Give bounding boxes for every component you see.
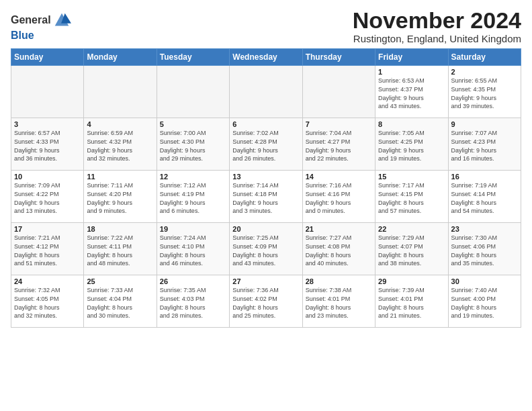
day-info: Sunrise: 7:30 AM Sunset: 4:06 PM Dayligh… — [451, 234, 518, 267]
day-info: Sunrise: 7:00 AM Sunset: 4:30 PM Dayligh… — [160, 129, 226, 163]
day-info: Sunrise: 7:14 AM Sunset: 4:18 PM Dayligh… — [232, 181, 299, 215]
day-info: Sunrise: 6:53 AM Sunset: 4:37 PM Dayligh… — [378, 77, 445, 110]
table-row: 25Sunrise: 7:33 AM Sunset: 4:04 PM Dayli… — [84, 275, 157, 328]
day-info: Sunrise: 7:12 AM Sunset: 4:19 PM Dayligh… — [160, 181, 226, 215]
table-row — [230, 66, 302, 118]
table-row: 20Sunrise: 7:25 AM Sunset: 4:09 PM Dayli… — [230, 223, 302, 275]
table-row: 11Sunrise: 7:11 AM Sunset: 4:20 PM Dayli… — [84, 171, 157, 223]
day-info: Sunrise: 7:24 AM Sunset: 4:10 PM Dayligh… — [160, 234, 226, 267]
logo-icon — [52, 11, 71, 30]
table-row: 1Sunrise: 6:53 AM Sunset: 4:37 PM Daylig… — [375, 66, 448, 118]
table-row: 13Sunrise: 7:14 AM Sunset: 4:18 PM Dayli… — [230, 171, 302, 223]
table-row: 23Sunrise: 7:30 AM Sunset: 4:06 PM Dayli… — [448, 223, 521, 275]
day-number: 14 — [306, 173, 372, 181]
day-info: Sunrise: 7:17 AM Sunset: 4:15 PM Dayligh… — [378, 181, 445, 215]
calendar-table: Sunday Monday Tuesday Wednesday Thursday… — [11, 48, 521, 328]
day-number: 16 — [451, 173, 518, 181]
day-info: Sunrise: 7:02 AM Sunset: 4:28 PM Dayligh… — [232, 129, 299, 163]
day-number: 23 — [451, 225, 518, 233]
table-row: 15Sunrise: 7:17 AM Sunset: 4:15 PM Dayli… — [375, 171, 448, 223]
day-info: Sunrise: 7:33 AM Sunset: 4:04 PM Dayligh… — [87, 286, 153, 320]
month-title: November 2024 — [353, 8, 521, 33]
day-info: Sunrise: 6:57 AM Sunset: 4:33 PM Dayligh… — [14, 129, 81, 163]
col-tuesday: Tuesday — [157, 49, 229, 66]
title-block: November 2024 Rustington, England, Unite… — [353, 8, 521, 44]
col-wednesday: Wednesday — [230, 49, 302, 66]
day-number: 9 — [451, 120, 518, 128]
col-saturday: Saturday — [448, 49, 521, 66]
day-number: 1 — [378, 68, 445, 76]
day-info: Sunrise: 7:19 AM Sunset: 4:14 PM Dayligh… — [451, 181, 518, 215]
day-number: 2 — [451, 68, 518, 76]
day-number: 24 — [14, 277, 81, 285]
day-info: Sunrise: 6:59 AM Sunset: 4:32 PM Dayligh… — [87, 129, 153, 163]
table-row: 18Sunrise: 7:22 AM Sunset: 4:11 PM Dayli… — [84, 223, 157, 275]
col-thursday: Thursday — [302, 49, 375, 66]
day-number: 28 — [306, 277, 372, 285]
table-row: 28Sunrise: 7:38 AM Sunset: 4:01 PM Dayli… — [302, 275, 375, 328]
table-row: 14Sunrise: 7:16 AM Sunset: 4:16 PM Dayli… — [302, 171, 375, 223]
table-row: 24Sunrise: 7:32 AM Sunset: 4:05 PM Dayli… — [11, 275, 84, 328]
logo-general: General — [11, 14, 51, 26]
day-number: 5 — [160, 120, 226, 128]
location-subtitle: Rustington, England, United Kingdom — [353, 33, 521, 44]
day-number: 10 — [14, 173, 81, 181]
day-info: Sunrise: 7:36 AM Sunset: 4:02 PM Dayligh… — [232, 286, 299, 320]
table-row: 5Sunrise: 7:00 AM Sunset: 4:30 PM Daylig… — [157, 118, 229, 171]
calendar-week-row: 1Sunrise: 6:53 AM Sunset: 4:37 PM Daylig… — [11, 66, 521, 118]
day-number: 4 — [87, 120, 153, 128]
day-info: Sunrise: 7:32 AM Sunset: 4:05 PM Dayligh… — [14, 286, 81, 320]
table-row — [302, 66, 375, 118]
day-info: Sunrise: 7:04 AM Sunset: 4:27 PM Dayligh… — [306, 129, 372, 163]
day-info: Sunrise: 7:22 AM Sunset: 4:11 PM Dayligh… — [87, 234, 153, 267]
page-container: General Blue November 2024 Rustington, E… — [0, 0, 532, 333]
logo: General Blue — [11, 11, 71, 42]
table-row: 17Sunrise: 7:21 AM Sunset: 4:12 PM Dayli… — [11, 223, 84, 275]
table-row: 6Sunrise: 7:02 AM Sunset: 4:28 PM Daylig… — [230, 118, 302, 171]
calendar-week-row: 17Sunrise: 7:21 AM Sunset: 4:12 PM Dayli… — [11, 223, 521, 275]
table-row: 9Sunrise: 7:07 AM Sunset: 4:23 PM Daylig… — [448, 118, 521, 171]
day-number: 15 — [378, 173, 445, 181]
day-number: 20 — [232, 225, 299, 233]
day-info: Sunrise: 6:55 AM Sunset: 4:35 PM Dayligh… — [451, 77, 518, 110]
day-number: 12 — [160, 173, 226, 181]
day-info: Sunrise: 7:39 AM Sunset: 4:01 PM Dayligh… — [378, 286, 445, 320]
table-row: 2Sunrise: 6:55 AM Sunset: 4:35 PM Daylig… — [448, 66, 521, 118]
table-row: 12Sunrise: 7:12 AM Sunset: 4:19 PM Dayli… — [157, 171, 229, 223]
table-row: 22Sunrise: 7:29 AM Sunset: 4:07 PM Dayli… — [375, 223, 448, 275]
table-row: 4Sunrise: 6:59 AM Sunset: 4:32 PM Daylig… — [84, 118, 157, 171]
col-monday: Monday — [84, 49, 157, 66]
day-number: 6 — [232, 120, 299, 128]
day-number: 21 — [306, 225, 372, 233]
calendar-week-row: 10Sunrise: 7:09 AM Sunset: 4:22 PM Dayli… — [11, 171, 521, 223]
col-sunday: Sunday — [11, 49, 84, 66]
logo-blue: Blue — [11, 30, 34, 41]
day-number: 3 — [14, 120, 81, 128]
table-row — [157, 66, 229, 118]
day-number: 26 — [160, 277, 226, 285]
day-number: 22 — [378, 225, 445, 233]
day-number: 25 — [87, 277, 153, 285]
table-row: 30Sunrise: 7:40 AM Sunset: 4:00 PM Dayli… — [448, 275, 521, 328]
day-number: 27 — [232, 277, 299, 285]
day-info: Sunrise: 7:38 AM Sunset: 4:01 PM Dayligh… — [306, 286, 372, 320]
day-info: Sunrise: 7:40 AM Sunset: 4:00 PM Dayligh… — [451, 286, 518, 320]
day-info: Sunrise: 7:11 AM Sunset: 4:20 PM Dayligh… — [87, 181, 153, 215]
day-number: 29 — [378, 277, 445, 285]
table-row: 7Sunrise: 7:04 AM Sunset: 4:27 PM Daylig… — [302, 118, 375, 171]
day-number: 19 — [160, 225, 226, 233]
day-number: 17 — [14, 225, 81, 233]
day-info: Sunrise: 7:09 AM Sunset: 4:22 PM Dayligh… — [14, 181, 81, 215]
day-number: 11 — [87, 173, 153, 181]
table-row: 10Sunrise: 7:09 AM Sunset: 4:22 PM Dayli… — [11, 171, 84, 223]
day-number: 7 — [306, 120, 372, 128]
table-row: 19Sunrise: 7:24 AM Sunset: 4:10 PM Dayli… — [157, 223, 229, 275]
table-row: 27Sunrise: 7:36 AM Sunset: 4:02 PM Dayli… — [230, 275, 302, 328]
day-number: 8 — [378, 120, 445, 128]
table-row: 16Sunrise: 7:19 AM Sunset: 4:14 PM Dayli… — [448, 171, 521, 223]
table-row — [11, 66, 84, 118]
table-row: 3Sunrise: 6:57 AM Sunset: 4:33 PM Daylig… — [11, 118, 84, 171]
table-row: 29Sunrise: 7:39 AM Sunset: 4:01 PM Dayli… — [375, 275, 448, 328]
day-info: Sunrise: 7:35 AM Sunset: 4:03 PM Dayligh… — [160, 286, 226, 320]
day-info: Sunrise: 7:29 AM Sunset: 4:07 PM Dayligh… — [378, 234, 445, 267]
